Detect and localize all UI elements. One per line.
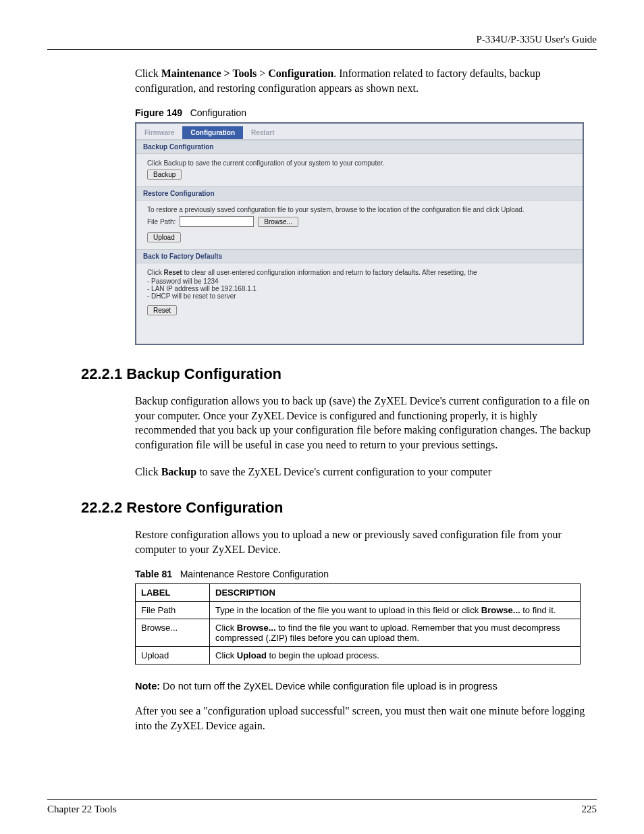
restore-section-title: Restore Configuration: [136, 186, 583, 201]
th-description: DESCRIPTION: [210, 584, 581, 602]
cell-desc-bold: Browse...: [481, 605, 520, 615]
factory-text-post: to clear all user-entered configuration …: [182, 269, 477, 276]
header-guide-title: P-334U/P-335U User's Guide: [47, 34, 597, 45]
backup-p2: Click Backup to save the ZyXEL Device's …: [135, 465, 597, 479]
cell-desc-post: to begin the upload process.: [267, 650, 379, 660]
backup-p1: Backup configuration allows you to back …: [135, 394, 597, 452]
table-row: Upload Click Upload to begin the upload …: [136, 647, 581, 664]
intro-bold1: Maintenance > Tools: [161, 68, 257, 79]
factory-section-title: Back to Factory Defaults: [136, 249, 583, 263]
heading-backup-config: 22.2.1 Backup Configuration: [81, 365, 597, 383]
config-screenshot: Firmware Configuration Restart Backup Co…: [135, 122, 584, 345]
filepath-input[interactable]: [180, 216, 254, 227]
factory-li1: Password will be 1234: [147, 278, 572, 285]
heading-restore-config: 22.2.2 Restore Configuration: [81, 499, 597, 517]
tab-restart[interactable]: Restart: [243, 126, 282, 139]
footer-page-number: 225: [582, 804, 597, 815]
table-header-row: LABEL DESCRIPTION: [136, 584, 581, 602]
page-footer: Chapter 22 Tools 225: [47, 795, 597, 815]
factory-li3: DHCP will be reset to server: [147, 292, 572, 300]
backup-p2-pre: Click: [135, 466, 161, 477]
restore-p1: Restore configuration allows you to uplo…: [135, 527, 597, 556]
restore-text: To restore a previously saved configurat…: [147, 206, 572, 213]
backup-p2-post: to save the ZyXEL Device's current confi…: [196, 466, 491, 477]
backup-section-title: Backup Configuration: [136, 140, 583, 154]
backup-p2-bold: Backup: [161, 466, 196, 477]
factory-li2: LAN IP address will be 192.168.1.1: [147, 285, 572, 292]
cell-desc-pre: Type in the location of the file you wan…: [215, 605, 481, 615]
footer-chapter: Chapter 22 Tools: [47, 804, 117, 815]
backup-button[interactable]: Backup: [147, 170, 182, 180]
filepath-label: File Path:: [147, 218, 176, 226]
cell-desc-bold: Upload: [237, 650, 267, 660]
intro-paragraph: Click Maintenance > Tools > Configuratio…: [135, 66, 597, 95]
intro-mid: >: [257, 68, 268, 79]
figure-label: Figure 149: [135, 107, 182, 118]
factory-text-bold: Reset: [163, 269, 182, 276]
cell-desc-post: to find it.: [520, 605, 556, 615]
browse-button[interactable]: Browse...: [258, 217, 298, 227]
table-caption: Table 81 Maintenance Restore Configurati…: [135, 569, 597, 579]
restore-config-table: LABEL DESCRIPTION File Path Type in the …: [135, 583, 581, 664]
reset-button[interactable]: Reset: [147, 305, 177, 315]
after-note-paragraph: After you see a "configuration upload su…: [135, 704, 597, 733]
figure-caption: Figure 149 Configuration: [135, 107, 597, 118]
table-row: Browse... Click Browse... to find the fi…: [136, 619, 581, 647]
factory-text-pre: Click: [147, 269, 163, 276]
factory-text: Click Reset to clear all user-entered co…: [147, 269, 572, 276]
cell-desc-pre: Click: [215, 623, 237, 633]
filepath-row: File Path: Browse...: [147, 216, 572, 227]
upload-button[interactable]: Upload: [147, 232, 181, 242]
cell-desc: Click Upload to begin the upload process…: [210, 647, 581, 664]
cell-label: Upload: [136, 647, 210, 664]
note-text: Do not turn off the ZyXEL Device while c…: [160, 681, 498, 692]
note-paragraph: Note: Do not turn off the ZyXEL Device w…: [135, 681, 597, 692]
header-rule: [47, 49, 597, 50]
factory-list: Password will be 1234 LAN IP address wil…: [147, 278, 572, 300]
table-row: File Path Type in the location of the fi…: [136, 602, 581, 619]
table-caption-title: Maintenance Restore Configuration: [180, 569, 329, 579]
tab-bar: Firmware Configuration Restart: [136, 124, 583, 140]
cell-label: File Path: [136, 602, 210, 619]
table-caption-label: Table 81: [135, 569, 172, 579]
footer-rule: [47, 799, 597, 800]
cell-desc: Click Browse... to find the file you wan…: [210, 619, 581, 647]
tab-firmware[interactable]: Firmware: [136, 126, 182, 139]
screenshot-footer-space: [136, 322, 583, 344]
intro-bold2: Configuration: [268, 68, 333, 79]
tab-configuration[interactable]: Configuration: [182, 126, 243, 139]
figure-title: Configuration: [190, 107, 246, 118]
backup-text: Click Backup to save the current configu…: [147, 159, 572, 167]
restore-section-body: To restore a previously saved configurat…: [136, 201, 583, 249]
cell-desc-pre: Click: [215, 650, 237, 660]
cell-desc-bold: Browse...: [237, 623, 276, 633]
intro-pre: Click: [135, 68, 161, 79]
cell-label: Browse...: [136, 619, 210, 647]
factory-section-body: Click Reset to clear all user-entered co…: [136, 263, 583, 322]
backup-section-body: Click Backup to save the current configu…: [136, 154, 583, 186]
th-label: LABEL: [136, 584, 210, 602]
note-label: Note:: [135, 681, 160, 692]
cell-desc: Type in the location of the file you wan…: [210, 602, 581, 619]
